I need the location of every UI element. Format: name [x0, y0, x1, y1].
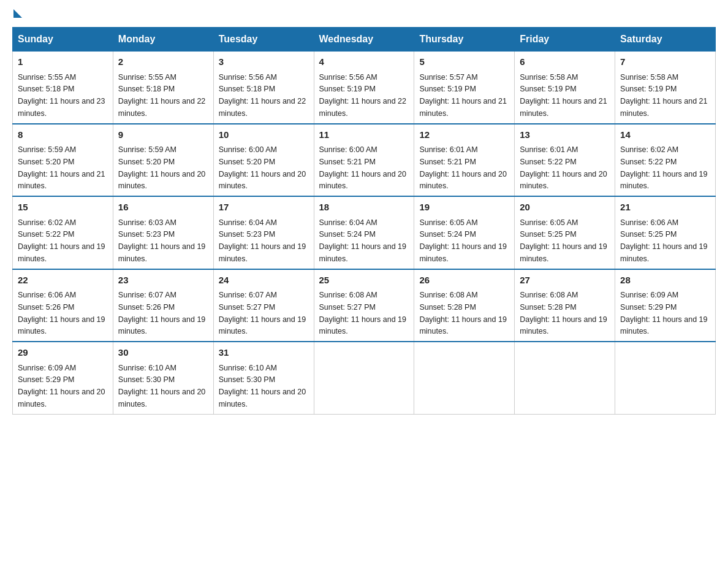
weekday-header-saturday: Saturday	[615, 28, 716, 52]
logo-arrow-icon	[13, 9, 22, 18]
calendar-cell: 27 Sunrise: 6:08 AM Sunset: 5:28 PM Dayl…	[515, 269, 615, 342]
calendar-cell: 3 Sunrise: 5:56 AM Sunset: 5:18 PM Dayli…	[213, 52, 314, 124]
day-info: Sunrise: 6:00 AM Sunset: 5:21 PM Dayligh…	[319, 145, 406, 190]
day-info: Sunrise: 6:04 AM Sunset: 5:24 PM Dayligh…	[319, 218, 406, 263]
day-number: 1	[18, 55, 108, 69]
calendar-week-row: 29 Sunrise: 6:09 AM Sunset: 5:29 PM Dayl…	[13, 342, 716, 414]
day-info: Sunrise: 6:05 AM Sunset: 5:25 PM Dayligh…	[520, 218, 607, 263]
day-number: 15	[18, 201, 108, 215]
day-number: 11	[319, 128, 409, 142]
calendar-cell: 25 Sunrise: 6:08 AM Sunset: 5:27 PM Dayl…	[314, 269, 414, 342]
day-number: 8	[18, 128, 108, 142]
calendar-cell: 28 Sunrise: 6:09 AM Sunset: 5:29 PM Dayl…	[615, 269, 716, 342]
day-number: 3	[219, 55, 309, 69]
day-number: 10	[219, 128, 309, 142]
day-info: Sunrise: 6:09 AM Sunset: 5:29 PM Dayligh…	[620, 291, 707, 335]
day-number: 17	[219, 201, 309, 215]
weekday-header-friday: Friday	[515, 28, 615, 52]
day-info: Sunrise: 5:55 AM Sunset: 5:18 PM Dayligh…	[118, 73, 205, 118]
day-info: Sunrise: 6:09 AM Sunset: 5:29 PM Dayligh…	[18, 364, 105, 408]
calendar-cell: 8 Sunrise: 5:59 AM Sunset: 5:20 PM Dayli…	[13, 124, 113, 197]
day-number: 4	[319, 55, 409, 69]
day-info: Sunrise: 5:59 AM Sunset: 5:20 PM Dayligh…	[18, 145, 105, 190]
calendar-cell	[314, 342, 414, 414]
calendar-cell: 16 Sunrise: 6:03 AM Sunset: 5:23 PM Dayl…	[113, 196, 213, 269]
day-info: Sunrise: 6:06 AM Sunset: 5:25 PM Dayligh…	[620, 218, 707, 263]
calendar-cell: 13 Sunrise: 6:01 AM Sunset: 5:22 PM Dayl…	[515, 124, 615, 197]
day-info: Sunrise: 6:05 AM Sunset: 5:24 PM Dayligh…	[419, 218, 506, 263]
day-number: 23	[118, 274, 208, 288]
day-number: 5	[419, 55, 509, 69]
day-number: 19	[419, 201, 509, 215]
day-info: Sunrise: 5:56 AM Sunset: 5:18 PM Dayligh…	[219, 73, 306, 118]
calendar-cell: 31 Sunrise: 6:10 AM Sunset: 5:30 PM Dayl…	[213, 342, 314, 414]
day-info: Sunrise: 5:58 AM Sunset: 5:19 PM Dayligh…	[520, 73, 607, 118]
day-info: Sunrise: 6:02 AM Sunset: 5:22 PM Dayligh…	[18, 218, 105, 263]
day-number: 13	[520, 128, 610, 142]
weekday-header-tuesday: Tuesday	[213, 28, 314, 52]
day-number: 24	[219, 274, 309, 288]
weekday-header-row: SundayMondayTuesdayWednesdayThursdayFrid…	[13, 28, 716, 52]
logo-general	[12, 12, 22, 18]
calendar-cell: 30 Sunrise: 6:10 AM Sunset: 5:30 PM Dayl…	[113, 342, 213, 414]
calendar-cell: 26 Sunrise: 6:08 AM Sunset: 5:28 PM Dayl…	[414, 269, 515, 342]
weekday-header-monday: Monday	[113, 28, 213, 52]
calendar-cell: 10 Sunrise: 6:00 AM Sunset: 5:20 PM Dayl…	[213, 124, 314, 197]
day-number: 22	[18, 274, 108, 288]
calendar-week-row: 15 Sunrise: 6:02 AM Sunset: 5:22 PM Dayl…	[13, 196, 716, 269]
calendar-cell	[414, 342, 515, 414]
calendar-cell: 7 Sunrise: 5:58 AM Sunset: 5:19 PM Dayli…	[615, 52, 716, 124]
calendar-cell: 1 Sunrise: 5:55 AM Sunset: 5:18 PM Dayli…	[13, 52, 113, 124]
calendar-cell: 2 Sunrise: 5:55 AM Sunset: 5:18 PM Dayli…	[113, 52, 213, 124]
calendar-cell: 18 Sunrise: 6:04 AM Sunset: 5:24 PM Dayl…	[314, 196, 414, 269]
day-number: 28	[620, 274, 710, 288]
day-number: 26	[419, 274, 509, 288]
day-number: 20	[520, 201, 610, 215]
calendar-cell: 14 Sunrise: 6:02 AM Sunset: 5:22 PM Dayl…	[615, 124, 716, 197]
calendar-cell: 6 Sunrise: 5:58 AM Sunset: 5:19 PM Dayli…	[515, 52, 615, 124]
calendar-cell	[615, 342, 716, 414]
calendar-week-row: 8 Sunrise: 5:59 AM Sunset: 5:20 PM Dayli…	[13, 124, 716, 197]
day-info: Sunrise: 5:59 AM Sunset: 5:20 PM Dayligh…	[118, 145, 205, 190]
day-number: 30	[118, 346, 208, 360]
day-number: 18	[319, 201, 409, 215]
day-info: Sunrise: 5:58 AM Sunset: 5:19 PM Dayligh…	[620, 73, 707, 118]
day-info: Sunrise: 6:08 AM Sunset: 5:27 PM Dayligh…	[319, 291, 406, 335]
day-info: Sunrise: 6:10 AM Sunset: 5:30 PM Dayligh…	[219, 364, 306, 408]
calendar-cell: 20 Sunrise: 6:05 AM Sunset: 5:25 PM Dayl…	[515, 196, 615, 269]
day-info: Sunrise: 5:56 AM Sunset: 5:19 PM Dayligh…	[319, 73, 406, 118]
day-info: Sunrise: 6:01 AM Sunset: 5:21 PM Dayligh…	[419, 145, 506, 190]
day-info: Sunrise: 6:06 AM Sunset: 5:26 PM Dayligh…	[18, 291, 105, 335]
day-number: 7	[620, 55, 710, 69]
day-info: Sunrise: 6:10 AM Sunset: 5:30 PM Dayligh…	[118, 364, 205, 408]
calendar-week-row: 22 Sunrise: 6:06 AM Sunset: 5:26 PM Dayl…	[13, 269, 716, 342]
weekday-header-thursday: Thursday	[414, 28, 515, 52]
day-number: 27	[520, 274, 610, 288]
weekday-header-sunday: Sunday	[13, 28, 113, 52]
day-info: Sunrise: 6:02 AM Sunset: 5:22 PM Dayligh…	[620, 145, 707, 190]
calendar-cell: 12 Sunrise: 6:01 AM Sunset: 5:21 PM Dayl…	[414, 124, 515, 197]
calendar-cell	[515, 342, 615, 414]
calendar-cell: 4 Sunrise: 5:56 AM Sunset: 5:19 PM Dayli…	[314, 52, 414, 124]
day-number: 6	[520, 55, 610, 69]
day-number: 25	[319, 274, 409, 288]
day-number: 16	[118, 201, 208, 215]
day-info: Sunrise: 6:08 AM Sunset: 5:28 PM Dayligh…	[419, 291, 506, 335]
day-number: 12	[419, 128, 509, 142]
page-header	[12, 12, 716, 15]
calendar-cell: 21 Sunrise: 6:06 AM Sunset: 5:25 PM Dayl…	[615, 196, 716, 269]
calendar-week-row: 1 Sunrise: 5:55 AM Sunset: 5:18 PM Dayli…	[13, 52, 716, 124]
day-info: Sunrise: 6:03 AM Sunset: 5:23 PM Dayligh…	[118, 218, 205, 263]
day-number: 2	[118, 55, 208, 69]
logo	[12, 12, 22, 15]
calendar-cell: 9 Sunrise: 5:59 AM Sunset: 5:20 PM Dayli…	[113, 124, 213, 197]
calendar-cell: 15 Sunrise: 6:02 AM Sunset: 5:22 PM Dayl…	[13, 196, 113, 269]
calendar-cell: 17 Sunrise: 6:04 AM Sunset: 5:23 PM Dayl…	[213, 196, 314, 269]
day-info: Sunrise: 6:01 AM Sunset: 5:22 PM Dayligh…	[520, 145, 607, 190]
day-info: Sunrise: 6:08 AM Sunset: 5:28 PM Dayligh…	[520, 291, 607, 335]
day-number: 31	[219, 346, 309, 360]
day-number: 14	[620, 128, 710, 142]
day-number: 29	[18, 346, 108, 360]
day-number: 21	[620, 201, 710, 215]
day-info: Sunrise: 6:07 AM Sunset: 5:26 PM Dayligh…	[118, 291, 205, 335]
